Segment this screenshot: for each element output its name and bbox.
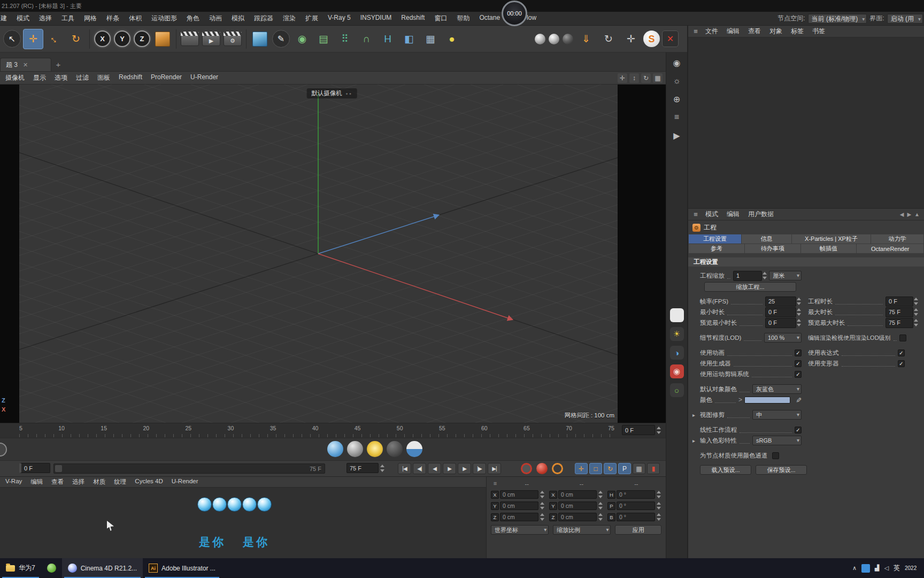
menu-item-cut[interactable]: 建 — [0, 14, 12, 23]
linear-workflow-checkbox[interactable]: ✓ — [795, 427, 802, 434]
spinner-arrows-icon[interactable] — [913, 308, 919, 316]
bend-deformer[interactable]: ∩ — [356, 29, 376, 49]
coord-scale-select[interactable]: 缩放比例 — [553, 525, 611, 535]
material-name[interactable]: 是你 — [199, 535, 226, 550]
material-menu-item[interactable]: 选择 — [68, 478, 89, 486]
apply-button[interactable]: 应用 — [615, 525, 661, 535]
coord-value-input[interactable]: 0 ° — [617, 513, 655, 521]
attribute-tab[interactable]: X-Particles | XP粒子 — [792, 234, 871, 244]
record-parameter-toggle[interactable]: P — [618, 463, 631, 474]
spinner-arrows-icon[interactable] — [598, 490, 603, 499]
menu-item[interactable]: 帮助 — [452, 14, 474, 23]
tray-chevron-icon[interactable]: ∧ — [852, 565, 857, 572]
menu-item[interactable]: 跟踪器 — [249, 14, 278, 23]
drop-to-floor[interactable]: ⇓ — [576, 29, 596, 49]
color-swatch[interactable] — [744, 397, 790, 404]
menu-item[interactable]: 角色 — [182, 14, 204, 23]
input-color-profile-select[interactable]: sRGB — [752, 436, 802, 445]
draw-spline-pen[interactable]: ✎ — [272, 30, 290, 48]
spinner-arrows-icon[interactable] — [540, 490, 545, 499]
menu-item[interactable]: 模式 — [12, 14, 34, 23]
x-axis-lock[interactable]: X — [94, 31, 111, 47]
viewport-menu-item[interactable]: 选项 — [50, 73, 72, 82]
object-manager-menu-item[interactable]: 标签 — [787, 27, 808, 36]
menu-item[interactable]: 工具 — [57, 14, 79, 23]
material-thumbnail[interactable] — [227, 497, 242, 512]
attribute-nav-icon[interactable]: ◀ — [900, 211, 904, 217]
spinner-arrows-icon[interactable] — [656, 490, 661, 499]
menu-item[interactable]: Redshift — [396, 14, 429, 23]
spinner-arrows-icon[interactable] — [913, 318, 919, 327]
viewport-menu-item[interactable]: U-Render — [186, 73, 222, 82]
magic-solo[interactable]: S — [643, 31, 660, 47]
add-cube-object[interactable] — [252, 32, 267, 47]
menu-item[interactable]: INSYDIUM — [356, 14, 397, 23]
end-frame-field[interactable]: 75 F — [346, 463, 385, 473]
light-object[interactable]: ● — [442, 29, 462, 49]
coord-value-input[interactable]: 0 ° — [617, 490, 655, 499]
material-name[interactable]: 是你 — [243, 535, 270, 550]
stage-object-icon[interactable] — [406, 441, 422, 457]
attribute-manager-menu-item[interactable]: 用户数据 — [744, 210, 778, 219]
display-wireframe-icon[interactable]: ○ — [670, 383, 684, 397]
scale-tool[interactable]: ↔ — [44, 29, 65, 49]
spinner-arrows-icon[interactable] — [656, 501, 661, 510]
min-time-input[interactable]: 0 F — [765, 307, 796, 317]
viewport-3d[interactable]: 默认摄像机 ∘∘ 网格间距 : 100 cm Z X — [0, 85, 666, 423]
spinner-arrows-icon[interactable] — [796, 297, 802, 306]
viewport-menu-item[interactable]: ProRender — [147, 73, 186, 82]
sky-object-icon[interactable] — [327, 441, 343, 457]
render-active-view[interactable] — [181, 32, 199, 46]
hamburger-icon[interactable]: ≡ — [491, 480, 499, 487]
scale-project-button[interactable]: 缩放工程... — [704, 282, 796, 292]
default-object-color-select[interactable]: 灰蓝色 — [752, 384, 802, 394]
taskbar-cinema4d[interactable]: Cinema 4D R21.2... — [62, 558, 143, 578]
render-region-icon[interactable]: ◉ — [670, 364, 684, 378]
render-settings[interactable]: ⚙ — [224, 32, 242, 46]
viewport-light-icon[interactable]: ☼ — [670, 74, 684, 88]
spinner-arrows-icon[interactable] — [598, 513, 603, 521]
physical-sky-object-icon[interactable] — [367, 441, 383, 457]
timeline-ruler[interactable]: 51015202530354045505560657075 0 F — [0, 423, 666, 438]
material-menu-item[interactable]: 纹理 — [110, 478, 130, 486]
viewport-menu-item[interactable]: 显示 — [29, 73, 50, 82]
pan-view-icon[interactable]: ✛ — [618, 73, 627, 83]
record-pla-toggle[interactable]: ▦ — [633, 463, 645, 474]
node-material-color-checkbox[interactable] — [772, 452, 779, 459]
previous-keyframe-button[interactable]: ◀| — [413, 463, 426, 474]
move-tool[interactable]: ✛ — [23, 29, 43, 49]
reset-psr[interactable]: ↻ — [598, 29, 619, 49]
next-frame-button[interactable]: ▶ — [458, 463, 471, 474]
material-menu-item[interactable]: 材质 — [89, 478, 110, 486]
spinner-arrows-icon[interactable] — [656, 513, 661, 521]
viewport-globe-icon[interactable]: ⊕ — [670, 92, 684, 106]
use-motion-system-checkbox[interactable]: ✓ — [795, 371, 802, 378]
viewport-camera-icon[interactable]: ◉ — [670, 56, 684, 70]
attribute-tab[interactable]: 信息 — [742, 234, 791, 244]
material-preview-sphere-1[interactable] — [535, 34, 545, 44]
taskbar-green-app[interactable] — [41, 558, 62, 578]
use-generators-checkbox[interactable]: ✓ — [795, 360, 802, 367]
tab-add-button[interactable]: + — [51, 58, 65, 71]
menu-item[interactable]: 扩展 — [301, 14, 323, 23]
object-manager-menu-item[interactable]: 对象 — [765, 27, 787, 36]
spinner-arrows-icon[interactable] — [796, 308, 802, 316]
attribute-nav-icon[interactable]: ▶ — [907, 211, 911, 217]
viewport-layers-icon[interactable]: ≡ — [670, 110, 684, 124]
material-thumbnail[interactable] — [242, 497, 257, 512]
view-clipping-select[interactable]: 中 — [752, 410, 802, 420]
menu-item[interactable]: 运动图形 — [147, 14, 182, 23]
preview-max-input[interactable]: 75 F — [886, 318, 913, 328]
mograph-cloner[interactable]: ⠿ — [335, 29, 355, 49]
material-menu-item[interactable]: U-Render — [167, 478, 203, 486]
menu-item[interactable]: 动画 — [204, 14, 227, 23]
use-deformers-checkbox[interactable]: ✓ — [898, 360, 905, 367]
attribute-manager-menu-item[interactable]: 模式 — [701, 210, 722, 219]
coordinate-system[interactable] — [155, 32, 170, 47]
menu-item[interactable]: Octane — [474, 14, 505, 23]
max-time-input[interactable]: 75 F — [886, 307, 913, 317]
taskbar-explorer[interactable]: 华为7 — [0, 558, 41, 578]
display-default-icon[interactable] — [670, 308, 684, 322]
project-scale-unit-select[interactable]: 厘米 — [769, 271, 802, 280]
spinner-arrows-icon[interactable] — [380, 464, 385, 473]
